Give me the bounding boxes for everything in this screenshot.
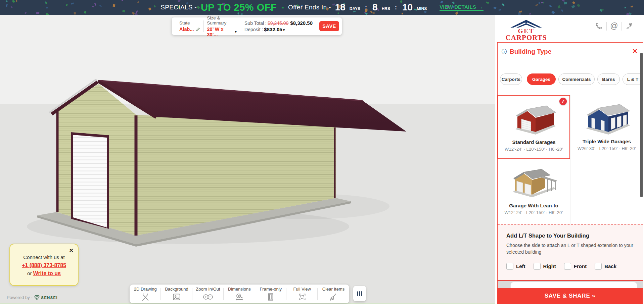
tab-carports[interactable]: Carports [500,73,522,85]
building-type-panel: ⓘ Building Type ✕ Carports Garages Comme… [497,42,643,289]
tab-barns[interactable]: Barns [597,73,620,85]
card-dimensions: W26’-30’ · L20’-150’ · H6’-20’ [578,146,636,151]
powered-by-brand: SENSEI [41,296,58,300]
toolbar-dimensions[interactable]: Dimensions [224,285,255,303]
save-button[interactable]: SAVE [319,21,339,31]
connect-popup: ✕ Connect with us at +1 (888) 373-8785 o… [9,244,79,286]
toolbar-frame-only[interactable]: Frame-only [255,285,286,303]
offer-dash: - [281,3,284,12]
arrow-right-icon: → [478,4,483,10]
or-text: or [27,270,32,276]
tab-garages[interactable]: Garages [527,73,556,85]
contact-icons: @ [592,21,637,31]
deposit-value: $832.05 [264,27,282,32]
checkbox-box[interactable] [564,263,571,270]
chevron-down-icon: ▼ [282,28,286,32]
size-summary-dropdown[interactable]: 20’ W x 30’... ▼ [207,27,237,37]
card-title: Triple Wide Garages [583,139,631,144]
subtotal-new-price: $8,320.50 [290,20,313,26]
countdown-hrs: 8 [372,2,378,13]
toolbar-zoom-in-out[interactable]: Zoom In/Out [192,285,224,303]
offer-text: UP TO 25% OFF [201,2,277,13]
building-3d-model[interactable] [13,57,436,252]
measuring-tape-icon [235,293,244,301]
info-icon[interactable]: ⓘ [502,48,507,55]
checkbox-right[interactable]: Right [534,263,556,270]
size-summary-label: Size & Summary [207,15,237,26]
image-icon [172,293,181,301]
deposit-dropdown[interactable]: Deposit :$832.05▼ [244,27,313,32]
checkbox-box[interactable] [506,263,513,270]
checkbox-box[interactable] [595,263,602,270]
phone-link[interactable]: +1 (888) 373-8785 [22,262,66,268]
frame-icon [266,293,275,301]
triple-wide-garage-image [582,98,632,137]
countdown-mins-label: MINS [417,6,427,11]
tab-commercials[interactable]: Commercials [558,73,595,85]
specials-banner: SPECIALS - UP TO 25% OFF - Offer Ends In… [0,0,644,15]
standard-garage-image [509,98,559,138]
phone-icon[interactable] [592,22,606,30]
countdown-colon: : [365,4,367,11]
card-dimensions: W12’-24’ · L20’-150’ · H6’-20’ [504,210,563,215]
toolbar-background[interactable]: Background [161,285,192,303]
toolbar-full-view[interactable]: Full View [286,285,318,303]
write-to-us-link[interactable]: Write to us [33,270,61,276]
state-value[interactable]: Alab... [179,27,200,32]
offer-ends-label: Offer Ends In - [288,4,331,11]
location-icon[interactable] [622,22,637,30]
countdown-days: 18 [335,2,346,13]
edit-pencil-icon[interactable] [196,27,200,32]
lt-shape-section: Add L/T Shape to Your Building Choose th… [498,224,643,281]
toolbar-clear-items[interactable]: Clear Items [318,285,349,303]
connect-text: Connect with us at [10,254,78,260]
card-garage-with-lean-to[interactable]: Garage With Lean-to W12’-24’ · L20’-150’… [498,159,570,224]
empty-card-cell [570,159,643,224]
order-summary-bar: State Alab... Size & Summary 20’ W x 30’… [172,17,342,35]
divider [498,70,643,70]
card-standard-garages[interactable]: ✓ Standard Garages W12’-24’ · L20’-150’ … [498,95,570,159]
checkbox-box[interactable] [534,263,541,270]
countdown-days-label: DAYS [350,6,360,11]
panel-scrollbar[interactable] [640,53,643,197]
save-and-share-button[interactable]: SAVE & SHARE » [497,288,643,304]
selected-check-icon: ✓ [559,98,567,105]
sensei-gem-icon [34,295,40,300]
roof-logo-icon [508,18,545,28]
logo-line2: CARPORTS [504,34,548,41]
panel-title: Building Type [510,48,551,55]
toolbar-2d-drawing[interactable]: 2D Drawing [130,285,161,303]
viewport-toolbar: 2D Drawing Background Zoom In/Out Dimens… [130,285,349,303]
specials-label: SPECIALS - [160,4,197,11]
checkbox-front[interactable]: Front [564,263,587,270]
card-triple-wide-garages[interactable]: Triple Wide Garages W26’-30’ · L20’-150’… [570,95,643,159]
checkbox-back[interactable]: Back [595,263,616,270]
countdown-colon: : [395,4,397,11]
zoom-plus-minus-icon [203,293,213,301]
3d-viewport[interactable]: State Alab... Size & Summary 20’ W x 30’… [0,15,495,304]
email-icon[interactable]: @ [607,21,622,31]
subtotal-label: Sub Total : [244,20,267,26]
next-section-peek [510,282,637,288]
fullscreen-icon [298,293,307,301]
panel-toggle-button[interactable] [353,286,366,301]
close-icon[interactable]: ✕ [69,247,74,254]
vertical-bars-icon [357,291,362,297]
subtotal-old-price: $9,245.00 [268,20,288,26]
garage-door [73,135,107,227]
countdown-mins: 10 [402,2,413,13]
lt-section-description: Choose the side to attach an L or T shap… [506,242,633,255]
card-title: Garage With Lean-to [509,203,558,208]
lt-section-title: Add L/T Shape to Your Building [506,233,643,239]
card-title: Standard Garages [512,139,555,145]
powered-by: Powered by - SENSEI [7,295,58,300]
chevron-down-icon: ▼ [234,30,237,34]
crossed-pencils-icon [141,293,150,301]
configurator-panel: GET CARPORTS QUALITY METAL STRUCTURES @ … [495,15,644,304]
view-details-link[interactable]: VIEW DETAILS→ [440,4,483,11]
countdown-hrs-label: HRS [382,6,390,11]
checkbox-left[interactable]: Left [506,263,525,270]
logo-line1: GET [504,28,548,34]
close-icon[interactable]: ✕ [632,47,638,55]
broom-icon [329,293,338,301]
